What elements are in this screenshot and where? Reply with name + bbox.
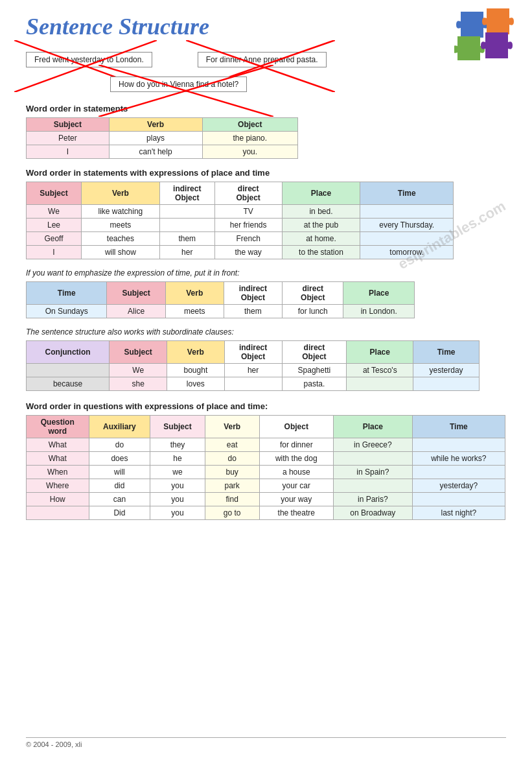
table-row: On Sundays Alice meets them for lunch in…: [27, 305, 415, 318]
table-row: We like watching TV in bed.: [27, 205, 454, 219]
wrong-sentences-section: Fred went yesterday to London. For dinne…: [26, 52, 506, 92]
s5-hdr-verb: Verb: [205, 416, 259, 438]
wrong-sentence-1: Fred went yesterday to London.: [26, 52, 152, 67]
table-row: What does he do with the dog while he wo…: [27, 452, 505, 466]
s1-hdr-object: Object: [202, 118, 298, 132]
table-row: Did you go to the theatre on Broadway la…: [27, 506, 505, 520]
s1-hdr-verb: Verb: [109, 118, 202, 132]
section2-table: Subject Verb indirectObject directObject…: [26, 182, 454, 259]
footer: © 2004 - 2009, xli: [26, 737, 506, 748]
s1-r1-verb: plays: [109, 132, 202, 145]
s2-hdr-dirobject: directObject: [214, 182, 282, 205]
section3-title: If you want to emphasize the expression …: [26, 268, 506, 278]
s5-hdr-qword: Questionword: [27, 416, 89, 438]
s1-r2-verb: can't help: [109, 145, 202, 159]
s4-hdr-dirobject: directObject: [282, 341, 347, 364]
table-row: How can you find your way in Paris?: [27, 493, 505, 506]
s5-hdr-place: Place: [333, 416, 412, 438]
s3-hdr-verb: Verb: [165, 282, 224, 305]
table-row: Lee meets her friends at the pub every T…: [27, 219, 454, 232]
s2-hdr-place: Place: [282, 182, 360, 205]
s2-hdr-indobject: indirectObject: [159, 182, 214, 205]
s1-r2-object: you.: [202, 145, 298, 159]
s1-r1-object: the piano.: [202, 132, 298, 145]
s3-hdr-dirobject: directObject: [283, 282, 343, 305]
s3-hdr-place: Place: [343, 282, 415, 305]
table-row: Peter plays the piano.: [27, 132, 298, 145]
s4-hdr-verb: Verb: [167, 341, 224, 364]
section2-title: Word order in statements with expression…: [26, 168, 506, 178]
s4-hdr-indobject: indirectObject: [224, 341, 282, 364]
table-row: Where did you park your car yesterday?: [27, 479, 505, 493]
s4-hdr-time: Time: [413, 341, 480, 364]
s4-hdr-conj: Conjunction: [27, 341, 110, 364]
s3-hdr-subject: Subject: [107, 282, 165, 305]
table-row: What do they eat for dinner in Greece?: [27, 438, 505, 452]
s3-hdr-time: Time: [27, 282, 107, 305]
section5-table: Questionword Auxiliary Subject Verb Obje…: [26, 415, 505, 520]
s4-hdr-place: Place: [347, 341, 413, 364]
section5-title: Word order in questions with expressions…: [26, 401, 506, 411]
section4-title: The sentence structure also works with s…: [26, 327, 506, 337]
table-row: I will show her the way to the station t…: [27, 246, 454, 259]
section4-table: Conjunction Subject Verb indirectObject …: [26, 340, 480, 391]
s2-hdr-verb: Verb: [82, 182, 160, 205]
s5-hdr-aux: Auxiliary: [89, 416, 150, 438]
wrong-sentence-2: For dinner Anne prepared pasta.: [198, 52, 327, 67]
table-row: because she loves pasta.: [27, 377, 480, 391]
wrong-sentence-3: How do you in Vienna find a hotel?: [110, 77, 247, 92]
s5-hdr-subject: Subject: [150, 416, 205, 438]
s3-hdr-indobject: indirectObject: [224, 282, 282, 305]
s1-r2-subject: I: [27, 145, 110, 159]
s4-hdr-subject: Subject: [110, 341, 167, 364]
section3-table: Time Subject Verb indirectObject directO…: [26, 281, 415, 318]
section1-title: Word order in statements: [26, 104, 506, 113]
table-row: When will we buy a house in Spain?: [27, 466, 505, 479]
table-row: We bought her Spaghetti at Tesco's yeste…: [27, 364, 480, 377]
section1-table: Subject Verb Object Peter plays the pian…: [26, 117, 298, 159]
s1-r1-subject: Peter: [27, 132, 110, 145]
page-title: Sentence Structure: [26, 13, 506, 40]
s1-hdr-subject: Subject: [27, 118, 110, 132]
s5-hdr-object: Object: [259, 416, 333, 438]
table-row: Geoff teaches them French at home.: [27, 232, 454, 246]
table-row: I can't help you.: [27, 145, 298, 159]
s2-hdr-subject: Subject: [27, 182, 82, 205]
s5-hdr-time: Time: [412, 416, 505, 438]
s2-hdr-time: Time: [360, 182, 454, 205]
